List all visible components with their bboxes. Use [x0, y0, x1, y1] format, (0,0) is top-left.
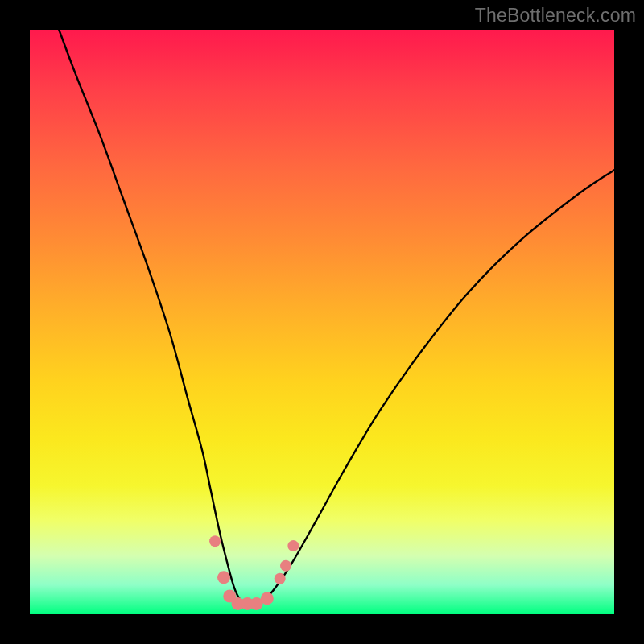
bottleneck-curve [59, 30, 614, 605]
marker-dot [209, 535, 221, 547]
marker-dot [287, 540, 299, 551]
curve-svg [30, 30, 614, 614]
marker-dot [280, 560, 291, 572]
marker-dot [261, 592, 274, 605]
marker-dot [217, 571, 230, 584]
watermark-text: TheBottleneck.com [475, 5, 636, 27]
marker-dot [275, 573, 286, 584]
plot-area [30, 30, 614, 614]
chart-frame: TheBottleneck.com [0, 0, 644, 644]
